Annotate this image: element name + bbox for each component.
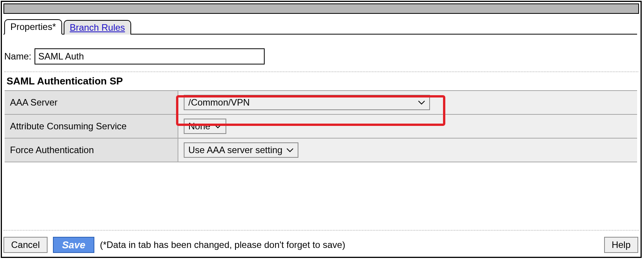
content-area: Name: SAML Authentication SP AAA Server … bbox=[3, 35, 639, 162]
name-row: Name: bbox=[4, 48, 639, 64]
section-title: SAML Authentication SP bbox=[7, 75, 639, 87]
tab-branch-rules-label: Branch Rules bbox=[70, 22, 125, 33]
row-acs: Attribute Consuming Service None bbox=[5, 114, 637, 138]
row-force-auth: Force Authentication Use AAA server sett… bbox=[5, 138, 637, 162]
row-aaa-server: AAA Server /Common/VPN bbox=[5, 91, 637, 114]
unsaved-note: (*Data in tab has been changed, please d… bbox=[100, 240, 345, 250]
name-label: Name: bbox=[4, 51, 31, 62]
tab-branch-rules[interactable]: Branch Rules bbox=[64, 20, 131, 35]
cancel-button-label: Cancel bbox=[11, 240, 40, 250]
save-button[interactable]: Save bbox=[53, 237, 95, 253]
footer: Cancel Save (*Data in tab has been chang… bbox=[3, 230, 639, 253]
form-table: AAA Server /Common/VPN Attribute Consumi… bbox=[5, 90, 637, 162]
select-acs-value: None bbox=[188, 121, 210, 132]
chevron-down-icon bbox=[214, 124, 222, 129]
cell-force-auth: Use AAA server setting bbox=[178, 138, 637, 162]
select-aaa-server[interactable]: /Common/VPN bbox=[184, 95, 430, 110]
cell-aaa-server: /Common/VPN bbox=[178, 91, 637, 114]
label-force-auth: Force Authentication bbox=[5, 138, 178, 162]
help-button-label: Help bbox=[612, 240, 631, 250]
tab-properties-label: Properties* bbox=[10, 21, 56, 32]
select-aaa-server-value: /Common/VPN bbox=[188, 97, 250, 108]
select-force-auth-value: Use AAA server setting bbox=[188, 145, 282, 155]
cancel-button[interactable]: Cancel bbox=[3, 237, 48, 253]
cell-acs: None bbox=[178, 114, 637, 138]
divider bbox=[4, 71, 638, 72]
save-button-label: Save bbox=[62, 239, 86, 251]
chevron-down-icon bbox=[286, 148, 294, 152]
tab-properties[interactable]: Properties* bbox=[4, 19, 62, 35]
tab-strip: Properties* Branch Rules bbox=[3, 17, 637, 35]
select-acs[interactable]: None bbox=[184, 119, 226, 134]
label-acs: Attribute Consuming Service bbox=[5, 114, 178, 138]
chevron-down-icon bbox=[418, 100, 425, 105]
dialog-frame: Properties* Branch Rules Name: SAML Auth… bbox=[1, 1, 642, 258]
label-aaa-server: AAA Server bbox=[5, 91, 178, 114]
help-button[interactable]: Help bbox=[604, 237, 638, 253]
footer-row: Cancel Save (*Data in tab has been chang… bbox=[3, 237, 639, 253]
footer-divider bbox=[3, 230, 639, 231]
dialog-titlebar bbox=[3, 3, 639, 14]
select-force-auth[interactable]: Use AAA server setting bbox=[184, 142, 298, 158]
name-input[interactable] bbox=[35, 48, 265, 64]
